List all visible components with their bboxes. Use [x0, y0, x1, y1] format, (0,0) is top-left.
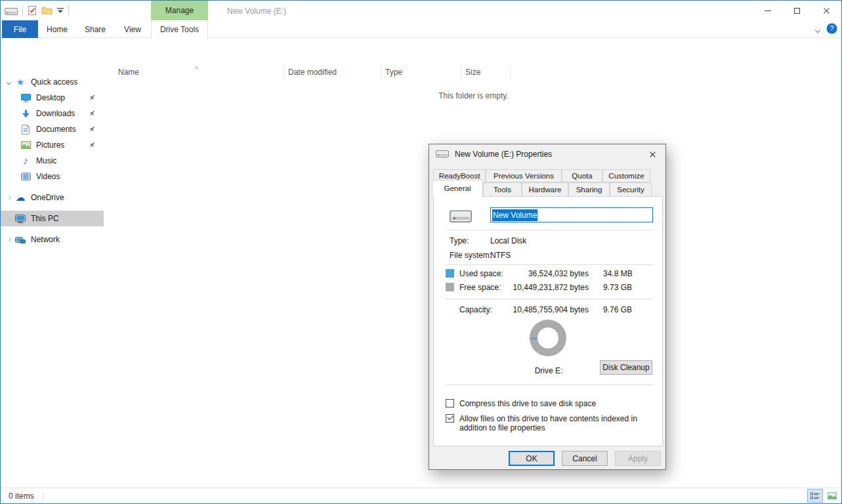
- type-label: Type:: [450, 236, 469, 245]
- tab-quota[interactable]: Quota: [562, 169, 602, 182]
- ribbon-context-group: Manage: [151, 1, 208, 20]
- used-space-label: Used space:: [459, 269, 503, 278]
- sidebar-item-downloads[interactable]: Downloads: [1, 106, 104, 121]
- capacity-bytes: 10,485,755,904 bytes: [499, 305, 589, 314]
- chevron-right-icon: [7, 217, 11, 220]
- help-button[interactable]: ?: [826, 23, 837, 36]
- tab-general[interactable]: General: [432, 180, 483, 197]
- pin-icon[interactable]: [89, 110, 96, 119]
- tab-view[interactable]: View: [114, 20, 151, 38]
- sidebar-item-this-pc[interactable]: This PC: [1, 211, 104, 226]
- help-icon: ?: [826, 23, 837, 34]
- index-checkbox[interactable]: [446, 414, 454, 423]
- file-system-label: File system:: [450, 251, 492, 260]
- sidebar-item-desktop[interactable]: Desktop: [1, 90, 104, 106]
- drive-icon: [5, 7, 18, 15]
- compress-checkbox-label[interactable]: Compress this drive to save disk space: [459, 399, 656, 408]
- ok-button[interactable]: OK: [509, 451, 555, 466]
- capacity-label: Capacity:: [459, 305, 492, 314]
- customize-qat-button[interactable]: [57, 8, 64, 14]
- column-headers: Name Date modified Type Size: [106, 63, 841, 81]
- pin-icon[interactable]: [89, 125, 96, 135]
- new-folder-button[interactable]: [41, 6, 53, 15]
- index-checkbox-label[interactable]: Allow files on this drive to have conten…: [459, 414, 656, 432]
- sidebar-item-network[interactable]: Network: [1, 232, 104, 247]
- quick-access-toolbar: [5, 1, 69, 20]
- close-icon: [823, 7, 830, 14]
- sidebar-item-documents[interactable]: Documents: [1, 121, 104, 137]
- chevron-down-icon: [815, 27, 820, 32]
- properties-dialog: New Volume (E:) Properties ReadyBoost Pr…: [429, 144, 666, 470]
- music-note-icon: ♪: [19, 156, 32, 165]
- expand-ribbon-button[interactable]: [816, 25, 820, 34]
- qat-separator: [22, 5, 23, 16]
- explorer-window: Manage New Volume (E:) File Home Share V…: [0, 0, 842, 504]
- network-icon: [14, 236, 27, 244]
- cancel-button[interactable]: Cancel: [562, 451, 608, 466]
- drive-icon: [450, 208, 472, 224]
- item-count: 0 items: [9, 492, 34, 501]
- general-tab-page: New Volume Type: Local Disk File system:…: [433, 196, 663, 446]
- selected-text: New Volume: [492, 209, 537, 221]
- empty-folder-message: This folder is empty.: [106, 91, 841, 100]
- column-header-size[interactable]: Size: [461, 64, 511, 80]
- compress-checkbox[interactable]: [446, 399, 454, 408]
- thumbnail-view-button[interactable]: [824, 489, 840, 503]
- maximize-icon: [794, 8, 800, 14]
- file-system-value: NTFS: [490, 251, 511, 260]
- close-icon: [649, 151, 656, 158]
- tab-share[interactable]: Share: [76, 20, 114, 38]
- disk-usage-donut-chart: [530, 320, 566, 356]
- details-view-button[interactable]: [807, 489, 823, 503]
- close-button[interactable]: [812, 1, 841, 20]
- sidebar-item-quick-access[interactable]: ★ Quick access: [1, 74, 104, 90]
- navigation-bar: This PC New Volume (E:) Search New Volum…: [1, 38, 841, 63]
- tab-sharing[interactable]: Sharing: [568, 182, 610, 197]
- sidebar-item-label: Pictures: [36, 140, 64, 150]
- tab-previous-versions[interactable]: Previous Versions: [486, 169, 562, 182]
- svg-text:?: ?: [830, 24, 833, 32]
- tab-customize[interactable]: Customize: [602, 169, 650, 182]
- window-controls: [753, 1, 841, 20]
- details-view-icon: [810, 492, 820, 500]
- dialog-title-bar: New Volume (E:) Properties: [429, 144, 665, 164]
- pin-icon[interactable]: [89, 94, 96, 103]
- sidebar-item-label: Downloads: [36, 109, 75, 118]
- dialog-close-button[interactable]: [646, 149, 659, 159]
- maximize-button[interactable]: [782, 1, 812, 20]
- disk-cleanup-button[interactable]: Disk Cleanup: [600, 360, 652, 375]
- tab-security[interactable]: Security: [610, 182, 652, 197]
- apply-button: Apply: [615, 451, 661, 466]
- sidebar-item-pictures[interactable]: Pictures: [1, 137, 104, 153]
- tab-tools[interactable]: Tools: [483, 182, 522, 197]
- ribbon-tab-row: File Home Share View Drive Tools ?: [1, 20, 841, 38]
- document-icon: [19, 125, 32, 135]
- column-header-date-modified[interactable]: Date modified: [284, 64, 381, 80]
- minimize-button[interactable]: [753, 1, 782, 20]
- sidebar-item-onedrive[interactable]: ☁ OneDrive: [1, 190, 104, 205]
- free-space-legend-swatch: [446, 283, 454, 291]
- sidebar-item-music[interactable]: ♪ Music: [1, 153, 104, 169]
- downloads-icon: [19, 110, 32, 118]
- tab-drive-tools[interactable]: Drive Tools: [151, 20, 208, 38]
- picture-icon: [19, 141, 32, 149]
- properties-button[interactable]: [28, 5, 37, 16]
- sidebar-item-label: This PC: [31, 214, 59, 223]
- separator: [446, 385, 653, 385]
- sidebar-item-label: Desktop: [36, 93, 65, 102]
- volume-label-input[interactable]: New Volume: [490, 207, 653, 222]
- used-space-legend-swatch: [446, 269, 454, 278]
- separator: [446, 230, 653, 230]
- window-title: New Volume (E:): [227, 7, 286, 16]
- tab-hardware[interactable]: Hardware: [522, 182, 568, 197]
- column-header-type[interactable]: Type: [381, 64, 461, 80]
- tab-file[interactable]: File: [2, 20, 38, 38]
- tab-home[interactable]: Home: [38, 20, 76, 38]
- capacity-size: 9.76 GB: [603, 305, 632, 314]
- column-header-name[interactable]: Name: [109, 64, 284, 80]
- pin-icon[interactable]: [89, 141, 96, 150]
- sidebar-item-label: Music: [36, 156, 56, 165]
- drive-icon: [436, 149, 449, 159]
- qat-separator: [68, 5, 69, 16]
- sidebar-item-videos[interactable]: Videos: [1, 169, 104, 184]
